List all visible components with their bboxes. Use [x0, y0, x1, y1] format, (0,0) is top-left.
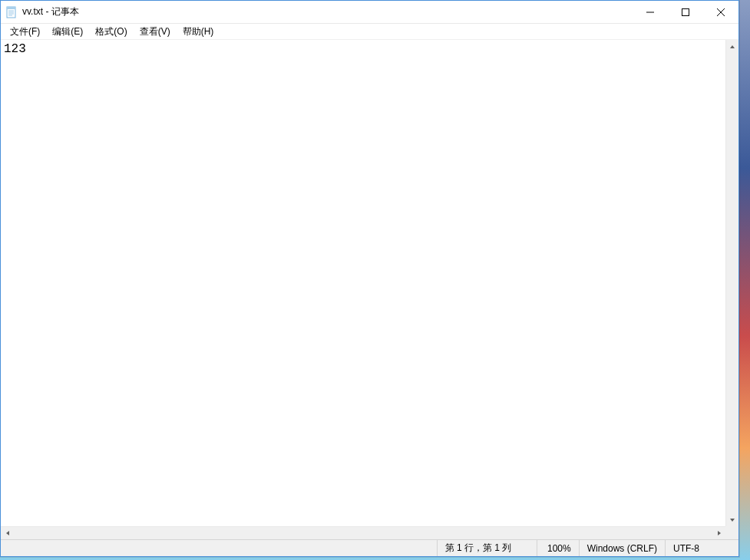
window-title: vv.txt - 记事本: [22, 5, 633, 18]
maximize-button[interactable]: [668, 1, 703, 24]
scroll-down-arrow-icon[interactable]: [726, 513, 738, 526]
svg-marker-10: [730, 45, 735, 48]
status-zoom: 100%: [537, 540, 580, 556]
svg-marker-11: [730, 519, 735, 522]
svg-rect-1: [7, 7, 15, 9]
scroll-right-arrow-icon[interactable]: [712, 527, 725, 539]
svg-rect-7: [682, 9, 689, 16]
statusbar: 第 1 行，第 1 列 100% Windows (CRLF) UTF-8: [1, 539, 738, 556]
menu-format[interactable]: 格式(O): [89, 24, 133, 40]
status-spacer: [1, 540, 438, 556]
menu-edit[interactable]: 编辑(E): [46, 24, 89, 40]
status-encoding: UTF-8: [666, 540, 738, 556]
menu-file[interactable]: 文件(F): [4, 24, 46, 40]
hscroll-track[interactable]: [14, 527, 712, 539]
menu-view[interactable]: 查看(V): [134, 24, 177, 40]
scroll-up-arrow-icon[interactable]: [726, 40, 738, 53]
window-controls: [633, 1, 738, 23]
scroll-left-arrow-icon[interactable]: [1, 527, 14, 539]
notepad-window: vv.txt - 记事本 文件(F) 编辑(E) 格式(O) 查看(V) 帮助(…: [0, 0, 739, 557]
scroll-corner: [725, 526, 738, 539]
close-button[interactable]: [703, 1, 738, 24]
status-cursor-position: 第 1 行，第 1 列: [438, 540, 537, 556]
titlebar[interactable]: vv.txt - 记事本: [1, 1, 738, 24]
text-editor[interactable]: [1, 40, 725, 526]
minimize-button[interactable]: [633, 1, 668, 24]
status-line-ending: Windows (CRLF): [580, 540, 666, 556]
editor-container: [1, 40, 738, 526]
horizontal-scrollbar[interactable]: [1, 526, 725, 539]
svg-marker-13: [718, 531, 721, 535]
menu-help[interactable]: 帮助(H): [177, 24, 220, 40]
horizontal-scroll-row: [1, 526, 738, 539]
menubar: 文件(F) 编辑(E) 格式(O) 查看(V) 帮助(H): [1, 24, 738, 40]
svg-marker-12: [6, 531, 9, 535]
vertical-scrollbar[interactable]: [725, 40, 738, 526]
notepad-icon: [5, 6, 18, 18]
